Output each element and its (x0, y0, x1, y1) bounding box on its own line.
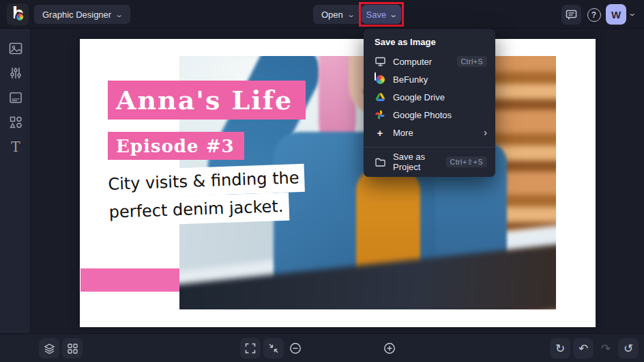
canvas-title-text[interactable]: Anna's Life (108, 81, 306, 120)
top-toolbar: b Graphic Designer ⌄ Open ⌄ Save ⌄ ? W ⌄ (0, 0, 644, 29)
menu-item-befunky[interactable]: BeFunky (364, 70, 495, 88)
mode-selector-label: Graphic Designer (42, 10, 111, 20)
sidebar-item-graphics[interactable] (8, 115, 23, 130)
plus-circle-icon (383, 342, 396, 354)
minus-circle-icon (289, 342, 302, 354)
sidebar-item-image-manager[interactable] (8, 41, 23, 56)
mode-selector-button[interactable]: Graphic Designer ⌄ (34, 5, 130, 24)
fullscreen-button[interactable] (240, 338, 261, 359)
zoom-in-button[interactable] (379, 338, 400, 359)
plus-icon: + (375, 127, 385, 138)
menu-item-computer[interactable]: Computer Ctrl+S (364, 53, 495, 70)
menu-item-label: BeFunky (393, 74, 487, 85)
history-icon: ↺ (624, 342, 633, 355)
save-menu-header: Save as Image (364, 34, 495, 53)
save-button[interactable]: Save ⌄ (362, 5, 401, 24)
befunky-logo[interactable]: b (7, 3, 29, 25)
google-drive-icon (375, 92, 385, 102)
bottom-toolbar: 72% ↻ ↶ ↷ ↺ (0, 333, 644, 362)
menu-divider (364, 147, 495, 148)
design-canvas[interactable]: Anna's Life Episode #3 City visits & fin… (80, 39, 596, 327)
account-chevron-down-icon[interactable]: ⌄ (628, 9, 636, 18)
undo-icon: ↶ (579, 342, 588, 355)
menu-item-label: Google Drive (393, 92, 487, 102)
reset-icon: ↻ (555, 342, 565, 355)
menu-item-more[interactable]: + More › (364, 124, 495, 141)
left-sidebar: T (0, 29, 31, 333)
open-button-label: Open (321, 10, 343, 20)
fullscreen-icon (245, 343, 256, 354)
menu-item-label: Save as Project (393, 152, 446, 172)
chevron-right-icon: › (484, 127, 487, 138)
redo-button[interactable]: ↷ (596, 338, 616, 359)
chevron-down-icon: ⌄ (347, 10, 355, 19)
folder-icon (375, 156, 385, 167)
chat-bubble-icon (566, 10, 577, 20)
canvas-pink-bar[interactable] (80, 268, 179, 292)
grid-view-button[interactable] (62, 338, 83, 359)
canvas-subtitle-text[interactable]: Episode #3 (108, 132, 244, 160)
template-card-icon (9, 91, 23, 105)
feedback-button[interactable] (561, 5, 581, 25)
layers-button[interactable] (39, 338, 59, 359)
sidebar-item-text[interactable]: T (8, 139, 23, 154)
text-tool-icon: T (11, 139, 20, 155)
menu-item-google-photos[interactable]: Google Photos (364, 106, 495, 124)
menu-item-label: Computer (393, 57, 457, 67)
menu-item-label: Google Photos (393, 110, 487, 120)
sidebar-item-templates[interactable] (8, 90, 23, 105)
undo-button[interactable]: ↶ (573, 338, 594, 359)
menu-item-label: More (393, 128, 484, 138)
question-mark-icon: ? (587, 8, 601, 22)
save-dropdown-menu: Save as Image Computer Ctrl+S BeFunky Go… (364, 29, 495, 177)
fit-to-screen-button[interactable] (263, 338, 284, 359)
canvas-caption-text[interactable]: City visits & finding the perfect denim … (102, 164, 306, 227)
shortcut-badge: Ctrl+S (457, 56, 487, 67)
logo-color-wheel-icon (15, 12, 25, 22)
zoom-out-button[interactable] (285, 338, 306, 359)
computer-icon (375, 56, 385, 67)
save-button-label: Save (366, 10, 387, 20)
fit-screen-icon (268, 343, 279, 354)
befunky-icon (375, 74, 385, 85)
adjust-sliders-icon (9, 66, 23, 80)
menu-item-google-drive[interactable]: Google Drive (364, 88, 495, 106)
open-button[interactable]: Open ⌄ (313, 5, 362, 24)
shapes-icon (9, 115, 23, 129)
menu-item-save-as-project[interactable]: Save as Project Ctrl+⇧+S (364, 153, 495, 171)
user-avatar[interactable]: W (606, 4, 626, 25)
help-button[interactable]: ? (584, 5, 604, 25)
grid-icon (68, 344, 78, 354)
layers-icon (44, 343, 55, 354)
reset-button[interactable]: ↻ (550, 338, 570, 359)
google-photos-icon (375, 109, 385, 120)
history-button[interactable]: ↺ (618, 338, 639, 359)
chevron-down-icon: ⌄ (389, 10, 398, 19)
sidebar-item-edit[interactable] (8, 66, 23, 81)
shortcut-badge: Ctrl+⇧+S (446, 156, 487, 167)
redo-icon: ↷ (601, 342, 611, 355)
chevron-down-icon: ⌄ (115, 10, 123, 19)
image-icon (9, 42, 23, 55)
